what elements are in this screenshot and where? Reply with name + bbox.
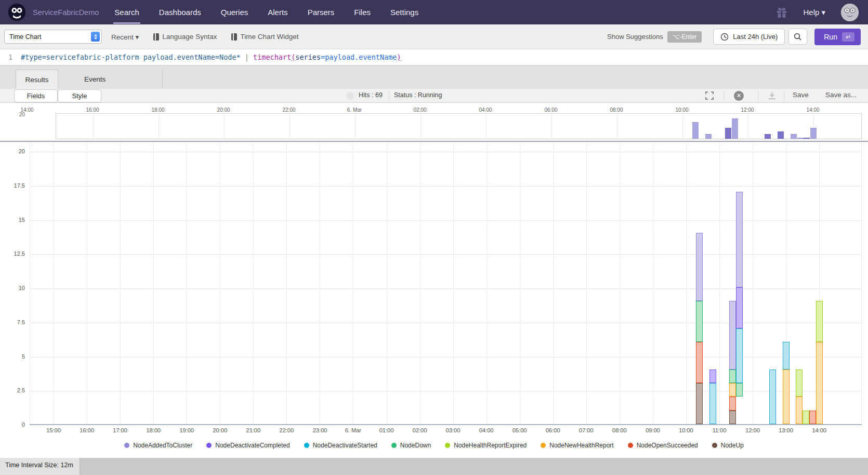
bar-segment-NodeDeactivateStarted[interactable] bbox=[769, 370, 776, 424]
gridline-x bbox=[586, 142, 587, 424]
run-label: Run bbox=[824, 33, 837, 41]
save-as-button[interactable]: Save as... bbox=[825, 91, 857, 99]
bar-segment-NodeAddedToCluster[interactable] bbox=[736, 192, 743, 287]
gift-icon[interactable] bbox=[776, 7, 787, 18]
x-axis-tick-label: 23:00 bbox=[308, 427, 332, 433]
legend-item-NodeAddedToCluster[interactable]: NodeAddedToCluster bbox=[124, 442, 192, 449]
tab-results[interactable]: Results bbox=[16, 70, 58, 89]
x-axis-tick-label: 16:00 bbox=[75, 427, 99, 433]
timechart-plot[interactable] bbox=[30, 142, 862, 425]
query-toolbar: Time Chart Recent ▾ Language Syntax Time… bbox=[0, 24, 868, 49]
x-axis-tick-label: 05:00 bbox=[508, 427, 532, 433]
nav-item-alerts[interactable]: Alerts bbox=[267, 1, 288, 24]
bar-segment-NodeHealthReportExpired[interactable] bbox=[816, 301, 823, 342]
x-axis-tick-label: 13:00 bbox=[774, 427, 798, 433]
gridline-x bbox=[520, 142, 520, 424]
overview-bar[interactable] bbox=[797, 138, 804, 139]
gridline-x bbox=[453, 142, 454, 424]
bar-segment-NodeOpenSucceeded[interactable] bbox=[809, 411, 816, 424]
bar-segment-NodeOpenSucceeded[interactable] bbox=[696, 342, 703, 383]
x-axis-tick-label: 09:00 bbox=[641, 427, 665, 433]
gridline-x bbox=[719, 142, 720, 424]
fields-button[interactable]: Fields bbox=[14, 89, 58, 102]
overview-bar[interactable] bbox=[804, 138, 810, 139]
legend-item-NodeNewHealthReport[interactable]: NodeNewHealthReport bbox=[541, 442, 613, 449]
legend-item-NodeUp[interactable]: NodeUp bbox=[712, 442, 744, 449]
bar-segment-NodeUp[interactable] bbox=[729, 411, 736, 424]
legend-label: NodeAddedToCluster bbox=[133, 442, 192, 449]
query-token: ) bbox=[397, 53, 401, 61]
nav-item-settings[interactable]: Settings bbox=[389, 1, 419, 24]
time-range-label: Last 24h (Live) bbox=[733, 33, 778, 41]
fullscreen-icon[interactable] bbox=[705, 91, 714, 100]
legend-item-NodeDeactivateStarted[interactable]: NodeDeactivateStarted bbox=[304, 442, 377, 449]
bar-segment-NodeNewHealthReport[interactable] bbox=[729, 383, 736, 397]
bar-segment-NodeHealthReportExpired[interactable] bbox=[796, 370, 803, 397]
legend-item-NodeOpenSucceeded[interactable]: NodeOpenSucceeded bbox=[628, 442, 698, 449]
overview-bar[interactable] bbox=[778, 131, 784, 139]
bar-segment-NodeNewHealthReport[interactable] bbox=[796, 397, 803, 424]
overview-bar[interactable] bbox=[810, 128, 817, 139]
nav-item-dashboards[interactable]: Dashboards bbox=[158, 1, 202, 24]
query-token: | bbox=[241, 53, 253, 61]
app-window: ServiceFabricDemo SearchDashboardsQuerie… bbox=[0, 0, 868, 475]
view-type-select[interactable]: Time Chart bbox=[4, 30, 102, 44]
bar-segment-NodeHealthReportExpired[interactable] bbox=[803, 411, 809, 424]
nav-item-queries[interactable]: Queries bbox=[220, 1, 249, 24]
bar-segment-NodeNewHealthReport[interactable] bbox=[816, 342, 823, 424]
bar-segment-NodeDeactivateStarted[interactable] bbox=[709, 383, 716, 424]
search-filter-button[interactable] bbox=[788, 29, 807, 45]
time-chart-widget-link[interactable]: Time Chart Widget bbox=[231, 33, 298, 41]
overview-plot[interactable] bbox=[56, 113, 862, 139]
x-axis-tick-label: 21:00 bbox=[241, 427, 265, 433]
nav-item-parsers[interactable]: Parsers bbox=[307, 1, 336, 24]
overview-bar[interactable] bbox=[791, 134, 797, 139]
bar-segment-NodeDown[interactable] bbox=[729, 370, 736, 383]
bar-segment-NodeAddedToCluster[interactable] bbox=[729, 301, 736, 370]
query-editor[interactable]: 1 #type=servicefabric-platform payload.e… bbox=[0, 49, 868, 65]
query-status: Status : Running bbox=[394, 91, 442, 99]
x-axis-tick-label: 10:00 bbox=[674, 427, 698, 433]
overview-bar[interactable] bbox=[765, 134, 771, 139]
bar-segment-NodeDeactivateStarted[interactable] bbox=[783, 342, 790, 370]
legend-item-NodeDeactivateCompleted[interactable]: NodeDeactivateCompleted bbox=[206, 442, 290, 449]
overview-x-label: 12:00 bbox=[736, 107, 759, 113]
overview-gridline bbox=[748, 114, 748, 139]
bar-segment-NodeUp[interactable] bbox=[696, 383, 703, 424]
bar-segment-NodeDown[interactable] bbox=[736, 383, 743, 397]
bar-segment-NodeDeactivateCompleted[interactable] bbox=[709, 370, 716, 383]
legend-item-NodeHealthReportExpired[interactable]: NodeHealthReportExpired bbox=[445, 442, 527, 449]
recent-dropdown[interactable]: Recent ▾ bbox=[111, 33, 139, 41]
divider bbox=[724, 90, 724, 101]
humio-owl-logo-icon[interactable] bbox=[8, 4, 25, 21]
user-avatar[interactable] bbox=[841, 4, 859, 21]
time-range-button[interactable]: Last 24h (Live) bbox=[713, 29, 785, 45]
nav-item-search[interactable]: Search bbox=[113, 1, 140, 24]
save-button[interactable]: Save bbox=[793, 91, 809, 99]
overview-bar[interactable] bbox=[705, 134, 712, 139]
help-menu[interactable]: Help ▾ bbox=[803, 8, 825, 17]
bar-segment-NodeOpenSucceeded[interactable] bbox=[729, 397, 736, 410]
legend-item-NodeDown[interactable]: NodeDown bbox=[391, 442, 431, 449]
repository-name[interactable]: ServiceFabricDemo bbox=[33, 8, 99, 17]
nav-item-files[interactable]: Files bbox=[353, 1, 372, 24]
language-syntax-link[interactable]: Language Syntax bbox=[153, 33, 217, 41]
bar-segment-NodeDown[interactable] bbox=[696, 301, 703, 342]
x-axis-tick-label: 03:00 bbox=[441, 427, 465, 433]
bar-segment-NodeDeactivateCompleted[interactable] bbox=[736, 287, 743, 328]
overview-bar[interactable] bbox=[732, 118, 738, 139]
bar-segment-NodeAddedToCluster[interactable] bbox=[696, 233, 703, 301]
tab-events[interactable]: Events bbox=[58, 70, 163, 89]
bar-segment-NodeNewHealthReport[interactable] bbox=[783, 370, 790, 424]
legend-label: NodeDeactivateStarted bbox=[313, 442, 377, 449]
legend-label: NodeDeactivateCompleted bbox=[215, 442, 290, 449]
overview-bar[interactable] bbox=[725, 128, 731, 139]
style-button[interactable]: Style bbox=[58, 89, 101, 102]
run-button[interactable]: Run ↵ bbox=[814, 29, 861, 45]
y-axis-tick-label: 10 bbox=[7, 285, 25, 291]
bar-segment-NodeDeactivateStarted[interactable] bbox=[736, 328, 743, 383]
download-icon[interactable] bbox=[768, 91, 777, 100]
stop-query-icon[interactable]: × bbox=[734, 91, 744, 101]
overview-bar[interactable] bbox=[692, 122, 699, 139]
gridline-x bbox=[686, 142, 687, 424]
